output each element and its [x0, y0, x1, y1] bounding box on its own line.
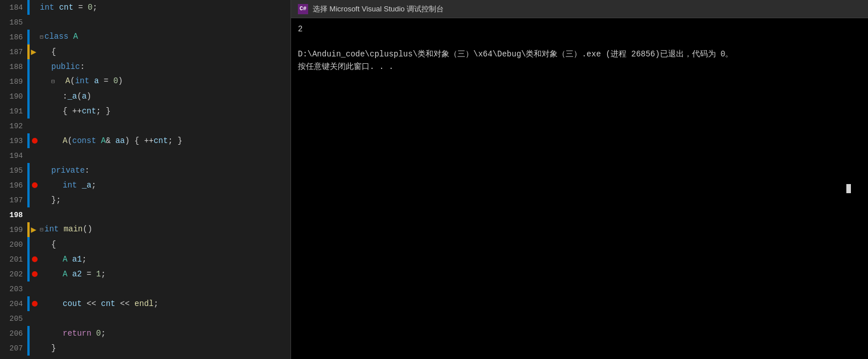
- code-content-195: private:: [50, 163, 290, 178]
- code-content-190: :_a(a): [62, 89, 290, 104]
- execution-arrow-187: ▶: [31, 46, 36, 58]
- gutter-187: ▶: [27, 46, 39, 58]
- console-panel: C# 选择 Microsoft Visual Studio 调试控制台 2 D:…: [290, 0, 868, 359]
- execution-arrow-199: ▶: [31, 224, 36, 235]
- code-line-202: 202 A a2 = 1;: [0, 267, 290, 282]
- line-num-190: 190: [0, 92, 27, 101]
- console-title: 选择 Microsoft Visual Studio 调试控制台: [313, 4, 444, 14]
- code-line-204: 204 cout << cnt << endl;: [0, 296, 290, 311]
- code-content-186: ⊟class A: [39, 29, 290, 45]
- code-line-197: 197 };: [0, 193, 290, 207]
- code-line-186: 186 ⊟class A: [0, 30, 290, 44]
- code-line-205: 205: [0, 311, 290, 326]
- code-line-184: 184 int cnt = 0;: [0, 0, 290, 15]
- line-num-186: 186: [0, 33, 27, 42]
- code-line-192: 192: [0, 119, 290, 133]
- code-content-193: A(const A& aa) { ++cnt; }: [62, 133, 290, 148]
- code-content-189: ⊟ A(int a = 0): [50, 74, 290, 89]
- code-content-191: { ++cnt; }: [62, 104, 290, 119]
- breakpoint-dot-202: [32, 271, 38, 277]
- breakpoint-dot-196: [32, 182, 38, 188]
- code-line-207: 207 }: [0, 341, 290, 356]
- code-line-203: 203: [0, 282, 290, 296]
- console-output-2: [298, 35, 861, 48]
- code-line-191: 191 { ++cnt; }: [0, 104, 290, 119]
- console-cursor: [846, 184, 851, 193]
- line-num-196: 196: [0, 181, 27, 190]
- line-num-201: 201: [0, 255, 27, 264]
- line-num-199: 199: [0, 226, 27, 234]
- code-line-190: 190 :_a(a): [0, 89, 290, 104]
- code-content-207: }: [50, 341, 290, 356]
- line-num-206: 206: [0, 329, 27, 338]
- collapse-icon-186[interactable]: ⊟: [40, 34, 43, 40]
- line-num-191: 191: [0, 107, 27, 116]
- line-num-194: 194: [0, 152, 27, 160]
- line-num-202: 202: [0, 270, 27, 279]
- collapse-icon-199[interactable]: ⊟: [40, 227, 43, 233]
- code-line-187: 187 ▶ {: [0, 44, 290, 59]
- console-titlebar: C# 选择 Microsoft Visual Studio 调试控制台: [291, 0, 868, 18]
- code-line-193: 193 A(const A& aa) { ++cnt; }: [0, 133, 290, 148]
- gutter-199: ▶: [27, 224, 39, 235]
- line-num-205: 205: [0, 315, 27, 323]
- code-line-206: 206 return 0;: [0, 326, 290, 341]
- line-num-185: 185: [0, 18, 27, 27]
- code-line-201: 201 A a1;: [0, 252, 290, 267]
- line-num-193: 193: [0, 137, 27, 145]
- code-line-195: 195 private:: [0, 163, 290, 178]
- breakpoint-dot-193: [32, 138, 38, 144]
- code-content-200: {: [50, 237, 290, 252]
- code-content-197: };: [50, 193, 290, 207]
- console-output-3: D:\Anduin_code\cplusplus\类和对象（三）\x64\Deb…: [298, 48, 861, 60]
- code-line-194: 194: [0, 148, 290, 163]
- breakpoint-dot-204: [32, 301, 38, 307]
- code-content-187: {: [50, 44, 290, 59]
- code-content-196: int _a;: [62, 178, 290, 193]
- code-line-196: 196 int _a;: [0, 178, 290, 193]
- code-line-200: 200 {: [0, 237, 290, 252]
- collapse-icon-189[interactable]: ⊟: [51, 79, 55, 85]
- code-content-199: ⊟int main(): [39, 222, 290, 238]
- code-content-204: cout << cnt << endl;: [62, 296, 290, 311]
- code-content-201: A a1;: [62, 252, 290, 267]
- line-num-184: 184: [0, 3, 27, 12]
- line-num-188: 188: [0, 63, 27, 71]
- console-output-4: 按任意键关闭此窗口. . .: [298, 60, 861, 73]
- console-output-1: 2: [298, 23, 861, 35]
- breakpoint-dot-201: [32, 256, 38, 262]
- line-num-207: 207: [0, 344, 27, 353]
- code-line-188: 188 public:: [0, 59, 290, 74]
- code-content-184: int cnt = 0;: [39, 0, 290, 15]
- code-line-198: 198: [0, 207, 290, 222]
- code-content-202: A a2 = 1;: [62, 267, 290, 282]
- code-content-206: return 0;: [62, 326, 290, 341]
- code-line-189: 189 ⊟ A(int a = 0): [0, 74, 290, 89]
- line-num-203: 203: [0, 285, 27, 293]
- vs-icon: C#: [298, 4, 308, 14]
- line-num-195: 195: [0, 166, 27, 175]
- line-num-192: 192: [0, 122, 27, 130]
- line-num-189: 189: [0, 77, 27, 86]
- line-num-187: 187: [0, 48, 27, 56]
- line-num-198: 198: [0, 211, 27, 219]
- code-line-185: 185: [0, 15, 290, 30]
- code-line-199: 199 ▶ ⊟int main(): [0, 222, 290, 237]
- line-num-200: 200: [0, 240, 27, 249]
- line-num-197: 197: [0, 196, 27, 205]
- code-content-188: public:: [50, 59, 290, 74]
- line-num-204: 204: [0, 300, 27, 308]
- code-editor: 184 int cnt = 0; 185 186 ⊟class A 187 ▶ …: [0, 0, 290, 359]
- console-body[interactable]: 2 D:\Anduin_code\cplusplus\类和对象（三）\x64\D…: [291, 18, 868, 359]
